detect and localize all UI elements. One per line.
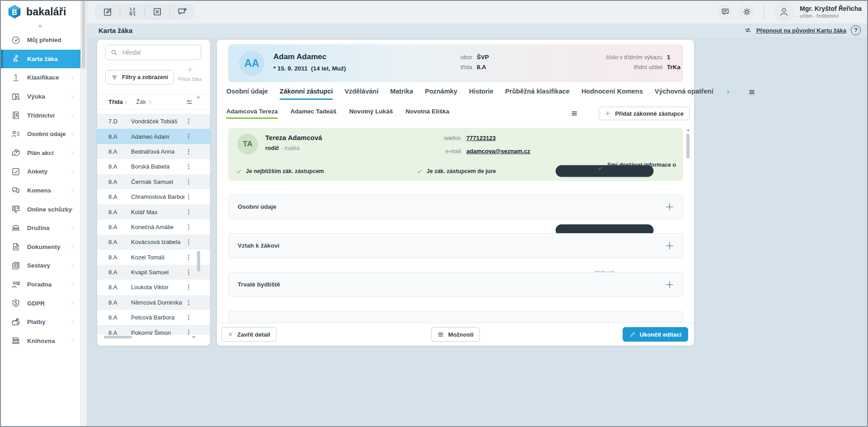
row-menu-icon[interactable] bbox=[185, 328, 192, 335]
student-row[interactable]: 8.A Chramostová Barbora bbox=[97, 189, 210, 204]
sidebar-item-t-dnictv-[interactable]: Třídnictví bbox=[0, 106, 80, 125]
student-row[interactable]: 8.A Kvapil Samuel bbox=[97, 265, 210, 280]
sidebar-item-dokumenty[interactable]: Dokumenty bbox=[0, 238, 80, 257]
row-menu-icon[interactable] bbox=[185, 253, 192, 261]
message-plus-button[interactable] bbox=[176, 5, 188, 18]
sidebar-item-gdpr[interactable]: GDPR bbox=[0, 294, 80, 313]
row-menu-icon[interactable] bbox=[185, 238, 192, 246]
section-osobn-daje[interactable]: Osobní údaje bbox=[228, 194, 683, 219]
sidebar-collapse-button[interactable]: « bbox=[0, 22, 80, 29]
scroll-down-arrow[interactable] bbox=[192, 336, 196, 338]
options-button[interactable]: Možnosti bbox=[431, 327, 480, 342]
student-row[interactable]: 8.A Pelcová Barbora bbox=[97, 310, 210, 325]
app-logo[interactable]: B bakaláři bbox=[7, 4, 66, 19]
grades-12n1-button[interactable]: 1 2N 1 bbox=[126, 5, 139, 18]
tab-osobn-daje[interactable]: Osobní údaje bbox=[226, 88, 268, 100]
row-menu-icon[interactable] bbox=[185, 223, 192, 231]
user-menu[interactable]: Mgr. Kryštof Řeřicha učitel - ředitelstv… bbox=[800, 5, 862, 19]
sidebar-item-osobn-daje[interactable]: Osobní údaje bbox=[0, 125, 80, 144]
detail-scroll-up-arrow[interactable] bbox=[686, 129, 690, 131]
filters-button[interactable]: Filtry a zobrazení bbox=[105, 70, 174, 84]
tab-pozn-mky[interactable]: Poznámky bbox=[425, 88, 457, 100]
guardian-tab-novotn-eli-ka[interactable]: Novotná Eliška bbox=[405, 108, 449, 119]
student-row[interactable]: 8.A Bednářová Anna bbox=[97, 144, 210, 159]
contact-telefon-link[interactable]: 777123123 bbox=[466, 135, 530, 141]
contact-email-link[interactable]: adamcova@seznam.cz bbox=[466, 148, 530, 155]
student-row[interactable]: 8.A Pokorný Šimon bbox=[97, 325, 210, 335]
student-row[interactable]: 8.A Konečná Amálie bbox=[97, 220, 210, 235]
switch-to-original-link[interactable]: Přepnout na původní Kartu žáka bbox=[756, 27, 846, 34]
accordion-section-partial[interactable] bbox=[228, 311, 683, 323]
row-menu-icon[interactable] bbox=[185, 314, 192, 321]
section-trval-bydli-t-[interactable]: Trvalé bydliště bbox=[228, 272, 683, 297]
tab-matrika[interactable]: Matrika bbox=[390, 88, 413, 100]
student-row[interactable]: 8.A Kozel Tomáš bbox=[97, 250, 210, 265]
close-detail-button[interactable]: Zavřít detail bbox=[221, 327, 277, 342]
student-row[interactable]: 8.A Kovácsová Izabela bbox=[97, 235, 210, 249]
sidebar-item-poradna[interactable]: Poradna bbox=[0, 275, 80, 294]
sidebar-item-v-uka[interactable]: Výuka bbox=[0, 87, 80, 106]
sidebar-item-sestavy[interactable]: Sestavy bbox=[0, 256, 80, 275]
sidebar-scrollbar-thumb[interactable] bbox=[82, 1, 85, 69]
column-class[interactable]: Třída bbox=[108, 99, 123, 105]
add-guardian-button[interactable]: Přidat zákonné zástupce bbox=[599, 107, 690, 120]
row-menu-icon[interactable] bbox=[185, 117, 192, 125]
tabs-scroll-right-icon[interactable] bbox=[725, 89, 731, 95]
sidebar-item-knihovna[interactable]: Knihovna bbox=[0, 332, 80, 351]
guardian-tab-adamcov-tereza[interactable]: Adamcová Tereza bbox=[226, 108, 278, 119]
tab-vzd-l-v-n-[interactable]: Vzdělávání bbox=[344, 88, 378, 100]
section-vztah-k-kovi[interactable]: Vztah k žákovi bbox=[228, 233, 683, 258]
gear-button[interactable] bbox=[739, 4, 755, 20]
sidebar-item-karta-ka[interactable]: Karta žáka bbox=[0, 50, 80, 69]
tab-hodnocen-komens[interactable]: Hodnocení Komens bbox=[582, 88, 643, 100]
tab-z-konn-z-stupci[interactable]: Zákonní zástupci bbox=[280, 88, 333, 100]
sidebar-item-m-j-p-ehled[interactable]: Můj přehled bbox=[0, 31, 80, 50]
guardian-tab-adamec-tade-[interactable]: Adamec Tadeáš bbox=[291, 108, 337, 119]
finish-editing-button[interactable]: Ukončit editaci bbox=[623, 327, 688, 342]
guardian-tabs-menu-icon[interactable] bbox=[571, 110, 578, 117]
help-button[interactable]: ? bbox=[851, 25, 861, 35]
column-student[interactable]: Žák bbox=[136, 99, 146, 105]
tab-historie[interactable]: Historie bbox=[469, 88, 493, 100]
row-menu-icon[interactable] bbox=[185, 178, 192, 186]
search-box[interactable] bbox=[105, 45, 201, 60]
row-menu-icon[interactable] bbox=[185, 163, 192, 170]
sidebar-item-online-sch-zky[interactable]: Online schůzky bbox=[0, 200, 80, 219]
list-settings-icon[interactable] bbox=[186, 99, 193, 106]
student-row[interactable]: 7.D Vondráček Tobiáš bbox=[97, 114, 210, 129]
student-row[interactable]: 8.A Čermák Samuel bbox=[97, 174, 210, 189]
sidebar-item-dru-ina[interactable]: Družina bbox=[0, 219, 80, 238]
edit-note-button[interactable] bbox=[101, 5, 114, 18]
tabs-menu-icon[interactable] bbox=[748, 89, 755, 96]
sidebar-scrollbar[interactable] bbox=[80, 0, 87, 427]
sidebar-item-platby[interactable]: Platby bbox=[0, 313, 80, 332]
chat-button[interactable] bbox=[717, 4, 733, 20]
student-row[interactable]: 8.A Borská Babeta bbox=[97, 159, 210, 174]
search-input[interactable] bbox=[122, 48, 191, 56]
student-row[interactable]: 8.A Němcová Dominika bbox=[97, 295, 210, 310]
row-menu-icon[interactable] bbox=[185, 283, 192, 291]
detail-scrollbar-thumb[interactable] bbox=[686, 134, 690, 159]
student-row[interactable]: 8.A Loukota Viktor bbox=[97, 280, 210, 295]
student-row[interactable]: 8.A Adamec Adam bbox=[97, 129, 210, 144]
sidebar-item-komens[interactable]: Komens bbox=[0, 181, 80, 200]
student-row[interactable]: 8.A Kolář Max bbox=[97, 204, 210, 219]
scroll-up-arrow[interactable] bbox=[197, 96, 200, 98]
sidebar-item-ankety[interactable]: Ankety bbox=[0, 162, 80, 181]
row-menu-icon[interactable] bbox=[185, 132, 192, 140]
tab-v-chovn-opat-en-[interactable]: Výchovná opatření bbox=[655, 88, 713, 100]
guardian-tab-novotn-luk-[interactable]: Novotný Lukáš bbox=[349, 108, 393, 119]
list-horizontal-scrollbar-thumb[interactable] bbox=[104, 336, 132, 338]
row-menu-icon[interactable] bbox=[185, 148, 192, 155]
sidebar-item-pl-n-akc-[interactable]: Plán akcí bbox=[0, 144, 80, 163]
absence-button[interactable] bbox=[151, 5, 164, 18]
add-student-button[interactable]: Přidat žáka bbox=[177, 66, 202, 82]
row-menu-icon[interactable] bbox=[185, 193, 192, 201]
row-menu-icon[interactable] bbox=[185, 299, 192, 306]
row-menu-icon[interactable] bbox=[185, 268, 192, 276]
row-menu-icon[interactable] bbox=[185, 208, 192, 216]
user-avatar[interactable] bbox=[774, 1, 794, 22]
sidebar-item-klasifikace[interactable]: Klasifikace bbox=[0, 68, 80, 87]
list-scrollbar-thumb[interactable] bbox=[197, 251, 200, 272]
tab-pr-b-n-klasifikace[interactable]: Průběžná klasifikace bbox=[505, 88, 570, 100]
